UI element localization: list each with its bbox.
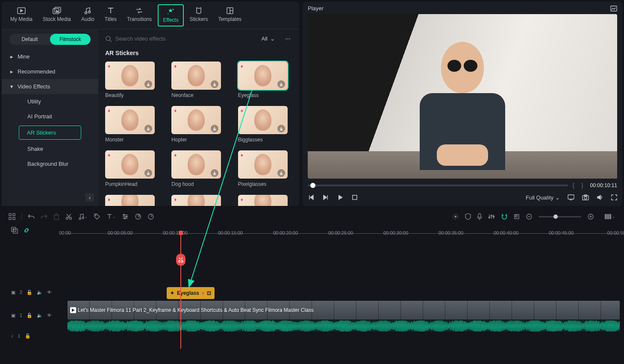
render-button[interactable] (452, 213, 459, 220)
mute-icon[interactable]: 🔈 (37, 290, 43, 295)
sub-background-blur[interactable]: Background Blur (2, 156, 98, 171)
delete-button[interactable] (53, 213, 59, 220)
add-track-button[interactable] (11, 227, 18, 234)
sidebar-collapse-button[interactable]: ‹ (85, 193, 94, 202)
effect-thumb[interactable]: ♦ (105, 150, 155, 179)
zoom-out-button[interactable] (526, 213, 533, 220)
effect-item-pumpkinhead[interactable]: ♦PumpkinHead (105, 150, 159, 187)
tag-button[interactable] (94, 213, 100, 220)
sidebar-video-effects[interactable]: ▾ Video Effects (2, 79, 98, 94)
view-button[interactable]: ⌄ (604, 214, 615, 220)
color-button[interactable] (135, 213, 141, 220)
snapshot-icon[interactable] (610, 6, 617, 12)
lock-icon[interactable]: 🔓 (26, 313, 32, 318)
effect-thumb[interactable]: ♦ (238, 150, 288, 179)
sub-ai-portrait[interactable]: AI Portrait (2, 109, 98, 124)
adjust-button[interactable] (122, 214, 129, 220)
shield-button[interactable] (465, 213, 471, 220)
filter-dropdown[interactable]: All ⌄ (257, 34, 279, 44)
effect-thumb[interactable]: ♦ (238, 106, 288, 134)
effect-item-monster[interactable]: ♦Monster (105, 106, 159, 143)
volume-button[interactable] (597, 194, 603, 200)
play-button[interactable] (337, 194, 344, 201)
step-back-button[interactable] (308, 194, 315, 201)
marker-braces[interactable]: { } (572, 182, 586, 189)
tab-effects[interactable]: Effects (158, 4, 183, 26)
zoom-in-button[interactable] (587, 213, 594, 220)
effect-item-eyeglass[interactable]: ♦Eyeglass (238, 62, 292, 98)
effect-item-dog hood[interactable]: ♦Dog hood (171, 150, 226, 187)
download-icon[interactable] (144, 125, 152, 132)
stop-button[interactable] (351, 194, 358, 201)
effect-thumb[interactable]: ♦ (171, 106, 221, 134)
download-icon[interactable] (277, 125, 285, 132)
effect-item-partial[interactable]: ♦ (105, 195, 159, 206)
effect-item-hopter[interactable]: ♦Hopter (171, 106, 226, 143)
video-preview[interactable] (308, 14, 617, 179)
zoom-handle[interactable] (553, 214, 558, 219)
tab-templates[interactable]: Templates (214, 4, 246, 26)
undo-button[interactable] (28, 214, 35, 220)
tab-transitions[interactable]: Transitions (123, 4, 156, 26)
voiceover-button[interactable] (477, 213, 482, 220)
download-icon[interactable] (277, 80, 285, 88)
download-icon[interactable] (211, 125, 218, 132)
scrub-handle[interactable] (310, 183, 315, 188)
tab-my-media[interactable]: My Media (6, 4, 37, 26)
sidebar-mine[interactable]: ▸ Mine (2, 49, 98, 64)
effect-thumb[interactable]: ♦ (238, 195, 288, 206)
download-icon[interactable] (277, 169, 285, 177)
redo-button[interactable] (41, 214, 47, 220)
effect-thumb[interactable]: ♦ (238, 62, 288, 90)
scrub-track[interactable] (308, 185, 568, 186)
video-clip[interactable]: Let's Master Filmora 11 Part 2_Keyframe … (68, 301, 620, 320)
tab-stickers[interactable]: Stickers (185, 4, 212, 26)
zoom-slider[interactable] (539, 216, 581, 217)
grid-icon[interactable] (9, 213, 15, 220)
crop-button[interactable] (514, 214, 520, 220)
sidebar-recommended[interactable]: ▸ Recommended (2, 64, 98, 79)
display-button[interactable] (568, 194, 574, 200)
quality-dropdown[interactable]: Full Quality ⌄ (526, 194, 560, 201)
fullscreen-button[interactable] (611, 194, 617, 200)
download-icon[interactable] (211, 169, 218, 177)
lock-icon[interactable]: 🔓 (26, 290, 32, 295)
effect-thumb[interactable]: ♦ (105, 106, 155, 134)
effect-item-beautify[interactable]: ♦Beautify (105, 62, 159, 98)
eye-icon[interactable]: 👁 (47, 290, 52, 295)
mute-icon[interactable]: 🔈 (37, 313, 43, 318)
effect-thumb[interactable]: ♦ (171, 195, 221, 206)
magnet-button[interactable] (501, 213, 508, 220)
effect-item-bigglasses[interactable]: ♦Bigglasses (238, 106, 292, 143)
eye-icon[interactable]: 👁 (47, 313, 52, 318)
link-button[interactable] (23, 227, 30, 234)
split-button[interactable] (65, 213, 72, 220)
source-default[interactable]: Default (9, 34, 50, 45)
effect-thumb[interactable]: ♦ (171, 62, 221, 90)
effect-clip[interactable]: ✦ Eyeglass ♦ ⊡ (167, 287, 215, 299)
source-filmstock[interactable]: Filmstock (50, 34, 91, 45)
effect-item-partial[interactable]: ♦ (238, 195, 292, 206)
tab-titles[interactable]: Titles (100, 4, 121, 26)
music-button[interactable]: ⌄ (78, 213, 88, 220)
sub-shake[interactable]: Shake (2, 141, 98, 156)
speed-button[interactable] (147, 213, 154, 220)
tab-audio[interactable]: Audio (77, 4, 99, 26)
download-icon[interactable] (144, 169, 152, 177)
lock-icon[interactable]: 🔓 (25, 333, 31, 339)
tab-stock-media[interactable]: Stock Media (38, 4, 75, 26)
more-button[interactable]: ⋯ (283, 34, 292, 44)
camera-button[interactable] (582, 194, 589, 200)
step-fwd-button[interactable] (322, 194, 329, 201)
effect-item-pixelglasses[interactable]: ♦Pixelglasses (238, 150, 292, 187)
effect-thumb[interactable]: ♦ (171, 150, 221, 179)
playhead[interactable] (180, 233, 181, 349)
text-button[interactable]: ⌄ (106, 214, 116, 220)
sub-utility[interactable]: Utility (2, 94, 98, 109)
audio-waveform[interactable] (68, 320, 620, 332)
effect-thumb[interactable]: ♦ (105, 62, 155, 90)
effect-item-neonface[interactable]: ♦Neonface (171, 62, 226, 98)
effect-item-partial[interactable]: ♦ (171, 195, 226, 206)
download-icon[interactable] (144, 80, 152, 88)
mixer-button[interactable] (488, 214, 495, 220)
